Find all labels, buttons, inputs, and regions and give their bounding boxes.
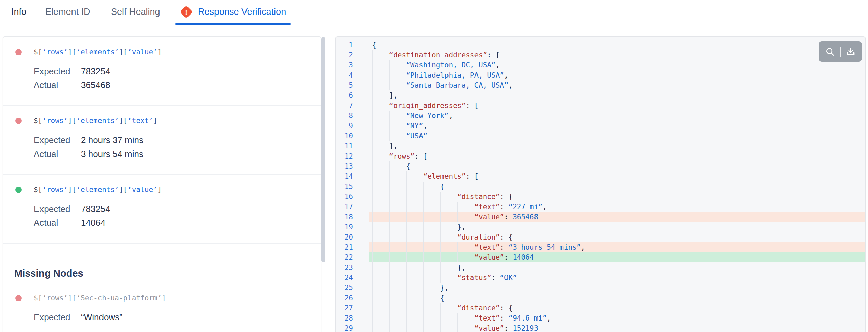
line-number: 14 bbox=[336, 171, 353, 182]
expected-value: 783254 bbox=[81, 66, 110, 77]
line-number: 17 bbox=[336, 202, 353, 212]
line-number: 2 bbox=[336, 50, 353, 60]
actual-label: Actual bbox=[34, 80, 81, 90]
code-line: 27“distance”: { bbox=[336, 303, 865, 313]
code-line: 25}, bbox=[336, 283, 865, 293]
expected-label: Expected bbox=[34, 66, 81, 77]
code-line: 3“Washington, DC, USA”, bbox=[336, 60, 865, 70]
verification-item: $[‘rows’][‘elements’][‘text’] Expected 2… bbox=[3, 106, 321, 175]
tab-bar: InfoElement IDSelf Healing!Response Veri… bbox=[0, 0, 868, 24]
code-line: 4“Philadelphia, PA, USA”, bbox=[336, 70, 865, 80]
code-line: 1{ bbox=[336, 40, 865, 50]
expected-label: Expected bbox=[34, 204, 81, 214]
expected-value: 2 hours 37 mins bbox=[81, 135, 143, 145]
line-number: 1 bbox=[336, 40, 353, 50]
line-number: 29 bbox=[336, 323, 353, 332]
line-number: 22 bbox=[336, 252, 353, 262]
actual-value: 14064 bbox=[81, 218, 105, 228]
panel-scrollbar-thumb[interactable] bbox=[321, 37, 325, 262]
status-dot-fail bbox=[15, 295, 22, 301]
line-number: 9 bbox=[336, 121, 353, 131]
line-number: 11 bbox=[336, 141, 353, 151]
code-line: 7“origin_addresses”: [ bbox=[336, 101, 865, 111]
code-line: 5“Santa Barbara, CA, USA”, bbox=[336, 80, 865, 90]
tabbar-separator bbox=[0, 24, 868, 24]
code-line: 23}, bbox=[336, 262, 865, 273]
missing-nodes-heading: Missing Nodes bbox=[14, 268, 321, 279]
tab-label: Element ID bbox=[45, 7, 90, 17]
line-number: 7 bbox=[336, 101, 353, 111]
status-dot-fail bbox=[15, 118, 22, 124]
code-toolbar bbox=[819, 41, 862, 62]
code-line: 28“text”: “94.6 mi”, bbox=[336, 313, 865, 323]
actual-value: 3 hours 54 mins bbox=[81, 149, 143, 159]
toolbar-divider bbox=[840, 47, 841, 57]
json-path: $[‘rows’][‘elements’][‘text’] bbox=[34, 117, 157, 125]
response-json-viewer: 1{2“destination_addresses”: [3“Washingto… bbox=[335, 36, 866, 332]
code-line: 19}, bbox=[336, 222, 865, 232]
expected-label: Expected bbox=[34, 135, 81, 145]
code-line: 16“distance”: { bbox=[336, 192, 865, 202]
line-number: 25 bbox=[336, 283, 353, 293]
tab-label: Info bbox=[11, 7, 26, 17]
expected-value: 783254 bbox=[81, 204, 110, 214]
code-line: 17“text”: “227 mi”, bbox=[336, 202, 865, 212]
line-number: 16 bbox=[336, 192, 353, 202]
alert-icon: ! bbox=[180, 5, 193, 18]
line-number: 19 bbox=[336, 222, 353, 232]
actual-value: 365468 bbox=[81, 80, 110, 90]
tab-info[interactable]: Info bbox=[11, 0, 26, 24]
line-number: 5 bbox=[336, 80, 353, 90]
line-number: 21 bbox=[336, 242, 353, 252]
verification-item: $[‘rows’][‘elements’][‘value’] Expected … bbox=[3, 37, 321, 106]
code-line: 13{ bbox=[336, 161, 865, 171]
line-number: 4 bbox=[336, 70, 353, 80]
code-line: 21“text”: “3 hours 54 mins”, bbox=[336, 242, 865, 252]
json-path: $[‘rows’][‘elements’][‘value’] bbox=[34, 48, 162, 56]
status-dot-fail bbox=[15, 49, 22, 55]
line-number: 27 bbox=[336, 303, 353, 313]
line-number: 8 bbox=[336, 111, 353, 121]
expected-value: “Windows” bbox=[81, 312, 122, 323]
actual-label: Actual bbox=[34, 149, 81, 159]
line-number: 18 bbox=[336, 212, 353, 222]
search-icon[interactable] bbox=[824, 46, 835, 57]
expected-label: Expected bbox=[34, 312, 81, 323]
line-number: 28 bbox=[336, 313, 353, 323]
code-line: 26{ bbox=[336, 293, 865, 303]
tab-element-id[interactable]: Element ID bbox=[45, 0, 90, 24]
line-number: 3 bbox=[336, 60, 353, 70]
line-number: 13 bbox=[336, 161, 353, 171]
tab-self-healing[interactable]: Self Healing bbox=[111, 0, 160, 24]
code-line: 22“value”: 14064 bbox=[336, 252, 865, 262]
code-line: 10“USA” bbox=[336, 131, 865, 141]
code-line: 18“value”: 365468 bbox=[336, 212, 865, 222]
status-dot-pass bbox=[15, 187, 22, 193]
code-line: 29“value”: 152193 bbox=[336, 323, 865, 332]
download-icon[interactable] bbox=[845, 46, 856, 57]
missing-node-item: $[‘rows’][‘Sec-ch-ua-platform’] Expected… bbox=[3, 279, 321, 332]
actual-label: Actual bbox=[34, 218, 81, 228]
line-number: 10 bbox=[336, 131, 353, 141]
code-line: 15{ bbox=[336, 182, 865, 192]
tab-response-verification[interactable]: !Response Verification bbox=[175, 0, 291, 24]
code-line: 6], bbox=[336, 90, 865, 101]
line-number: 12 bbox=[336, 151, 353, 161]
verification-item: $[‘rows’][‘elements’][‘value’] Expected … bbox=[3, 175, 321, 244]
line-number: 20 bbox=[336, 232, 353, 242]
code-line: 9“NY”, bbox=[336, 121, 865, 131]
code-line: 14“elements”: [ bbox=[336, 171, 865, 182]
tab-label: Self Healing bbox=[111, 7, 160, 17]
tab-label: Response Verification bbox=[198, 7, 286, 17]
code-line: 11], bbox=[336, 141, 865, 151]
code-line: 2“destination_addresses”: [ bbox=[336, 50, 865, 60]
code-line: 24“status”: “OK” bbox=[336, 273, 865, 283]
line-number: 23 bbox=[336, 262, 353, 273]
response-verification-panel: $[‘rows’][‘elements’][‘value’] Expected … bbox=[3, 36, 321, 332]
json-path: $[‘rows’][‘elements’][‘value’] bbox=[34, 186, 162, 194]
code-line: 12“rows”: [ bbox=[336, 151, 865, 161]
line-number: 15 bbox=[336, 182, 353, 192]
code-line: 8“New York”, bbox=[336, 111, 865, 121]
code-line: 20“duration”: { bbox=[336, 232, 865, 242]
line-number: 24 bbox=[336, 273, 353, 283]
